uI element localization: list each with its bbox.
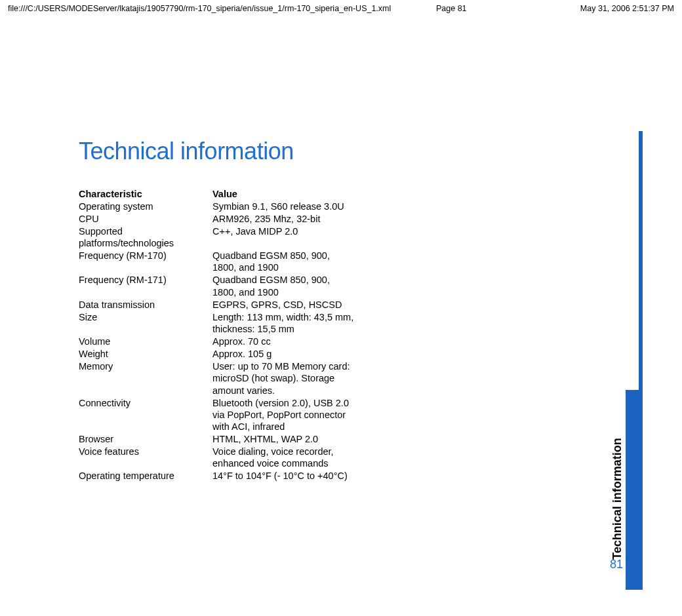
spec-value: 14°F to 104°F (- 10°C to +40°C): [212, 470, 354, 482]
spec-value: Quadband EGSM 850, 900, 1800, and 1900: [212, 274, 354, 298]
side-tab-lower-bar: [626, 390, 643, 590]
spec-label: Frequency (RM-170): [79, 250, 212, 274]
spec-label: Voice features: [79, 446, 212, 470]
header-characteristic: Characteristic: [79, 187, 212, 200]
spec-value: Bluetooth (version 2.0), USB 2.0 via Pop…: [212, 396, 354, 433]
spec-label: Operating system: [79, 200, 212, 212]
spec-value: User: up to 70 MB Memory card: microSD (…: [212, 360, 354, 396]
table-row: Browser HTML, XHTML, WAP 2.0: [79, 433, 354, 446]
table-row: CPU ARM926, 235 Mhz, 32-bit: [79, 212, 354, 225]
table-row: Data transmission EGPRS, GPRS, CSD, HSCS…: [79, 298, 354, 311]
spec-value: Symbian 9.1, S60 release 3.0U: [212, 200, 354, 212]
spec-value: HTML, XHTML, WAP 2.0: [212, 433, 354, 446]
side-tab: Technical information: [628, 131, 643, 590]
table-row: Connectivity Bluetooth (version 2.0), US…: [79, 396, 354, 433]
print-date: May 31, 2006 2:51:37 PM: [580, 4, 674, 13]
page-label: Page 81: [436, 4, 467, 13]
spec-value: ARM926, 235 Mhz, 32-bit: [212, 212, 354, 225]
spec-value: Length: 113 mm, width: 43,5 mm, thicknes…: [212, 311, 354, 335]
spec-label: Volume: [79, 336, 212, 348]
spec-label: Browser: [79, 433, 212, 446]
spec-value: C++, Java MIDP 2.0: [212, 225, 354, 249]
spec-label: Connectivity: [79, 396, 212, 433]
table-row: Memory User: up to 70 MB Memory card: mi…: [79, 360, 354, 396]
spec-table: Characteristic Value Operating system Sy…: [79, 187, 354, 482]
spec-value: Approx. 105 g: [212, 348, 354, 360]
spec-label: Supported platforms/technologies: [79, 225, 212, 249]
page-title: Technical information: [79, 138, 354, 165]
table-row: Weight Approx. 105 g: [79, 348, 354, 360]
table-row: Volume Approx. 70 cc: [79, 336, 354, 348]
spec-label: Data transmission: [79, 298, 212, 311]
spec-value: EGPRS, GPRS, CSD, HSCSD: [212, 298, 354, 311]
spec-label: Memory: [79, 360, 212, 396]
page-number: 81: [610, 558, 623, 571]
table-row: Operating system Symbian 9.1, S60 releas…: [79, 200, 354, 212]
spec-label: Weight: [79, 348, 212, 360]
page-frame: Technical information Characteristic Val…: [8, 20, 674, 609]
side-tab-label: Technical information: [611, 438, 624, 560]
table-row: Frequency (RM-170) Quadband EGSM 850, 90…: [79, 250, 354, 274]
spec-label: Frequency (RM-171): [79, 274, 212, 298]
spec-label: CPU: [79, 212, 212, 225]
spec-label: Operating temperature: [79, 470, 212, 482]
spec-value: Quadband EGSM 850, 900, 1800, and 1900: [212, 250, 354, 274]
table-row: Supported platforms/technologies C++, Ja…: [79, 225, 354, 249]
table-header-row: Characteristic Value: [79, 187, 354, 200]
file-path: file:///C:/USERS/MODEServer/lkatajis/190…: [8, 4, 391, 13]
table-row: Size Length: 113 mm, width: 43,5 mm, thi…: [79, 311, 354, 335]
spec-value: Voice dialing, voice recorder, enhanced …: [212, 446, 354, 470]
content-area: Technical information Characteristic Val…: [79, 138, 354, 482]
header-value: Value: [212, 187, 354, 200]
spec-value: Approx. 70 cc: [212, 336, 354, 348]
table-row: Frequency (RM-171) Quadband EGSM 850, 90…: [79, 274, 354, 298]
table-row: Voice features Voice dialing, voice reco…: [79, 446, 354, 470]
spec-label: Size: [79, 311, 212, 335]
table-row: Operating temperature 14°F to 104°F (- 1…: [79, 470, 354, 482]
side-tab-upper-bar: [639, 131, 643, 390]
